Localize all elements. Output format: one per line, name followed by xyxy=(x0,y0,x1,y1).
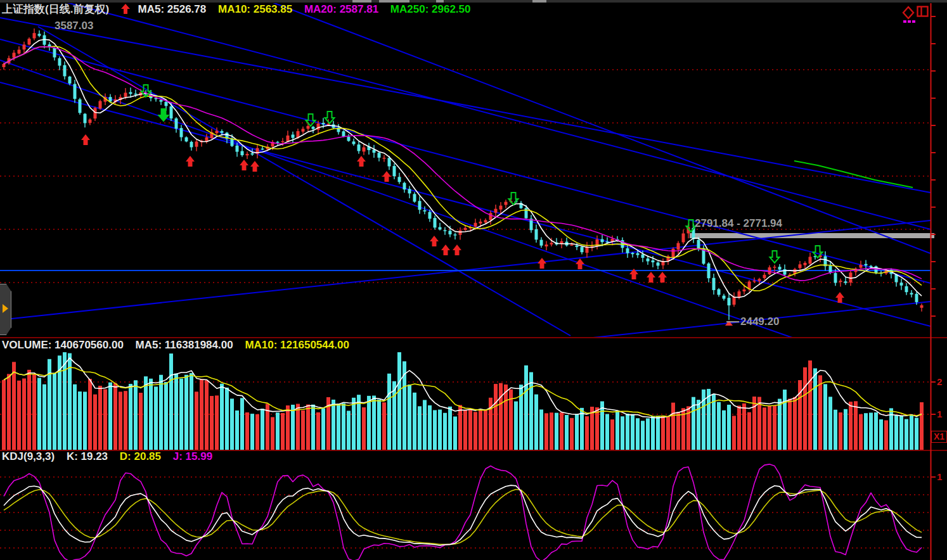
kdj-k-value: K: 19.23 xyxy=(67,450,108,462)
sidebar-expand-tab[interactable] xyxy=(0,284,11,335)
stock-chart-canvas[interactable] xyxy=(0,0,947,560)
volume-ma10-value: MA10: 121650544.00 xyxy=(245,339,349,351)
kdj-j-value: J: 15.99 xyxy=(173,450,212,462)
peak-price-label: 3587.03 xyxy=(55,20,93,32)
window-top-strip xyxy=(0,0,947,3)
top-strip-segment xyxy=(532,0,546,3)
ma5-value: MA5: 2526.78 xyxy=(138,3,207,15)
kdj-axis-label: 1 xyxy=(937,471,942,482)
ma250-value: MA250: 2962.50 xyxy=(390,3,471,15)
trough-price-label: 2449.20 xyxy=(740,315,779,328)
volume-value: VOLUME: 140670560.00 xyxy=(2,339,124,351)
top-strip-segment xyxy=(436,0,444,3)
volume-header: VOLUME: 140670560.00 MA5: 116381984.00 M… xyxy=(2,339,358,352)
diamond-tool-icon[interactable] xyxy=(901,6,915,23)
ma10-value: MA10: 2563.85 xyxy=(218,3,292,15)
x-scale-indicator: X1 xyxy=(931,431,947,443)
instrument-title: 上证指数(日线.前复权) xyxy=(2,3,109,15)
split-window-icon[interactable] xyxy=(917,6,929,18)
top-strip-segment xyxy=(352,0,371,3)
kdj-d-value: D: 20.85 xyxy=(120,450,161,462)
range-price-label: 2791.84 - 2771.94 xyxy=(695,217,782,230)
volume-ma5-value: MA5: 116381984.00 xyxy=(136,339,233,351)
expand-arrow-icon xyxy=(3,304,8,313)
main-chart-header: 上证指数(日线.前复权) MA5: 2526.78 MA10: 2563.85 … xyxy=(2,3,479,16)
volume-axis-label: 1 xyxy=(937,409,942,419)
kdj-name: KDJ(9,3,3) xyxy=(2,450,55,462)
up-arrow-icon xyxy=(121,3,133,15)
kdj-header: KDJ(9,3,3) K: 19.23 D: 20.85 J: 15.99 xyxy=(2,450,221,463)
ma20-value: MA20: 2587.81 xyxy=(304,3,378,15)
top-strip-segment xyxy=(379,0,409,3)
volume-axis-label: 2 xyxy=(937,376,942,387)
